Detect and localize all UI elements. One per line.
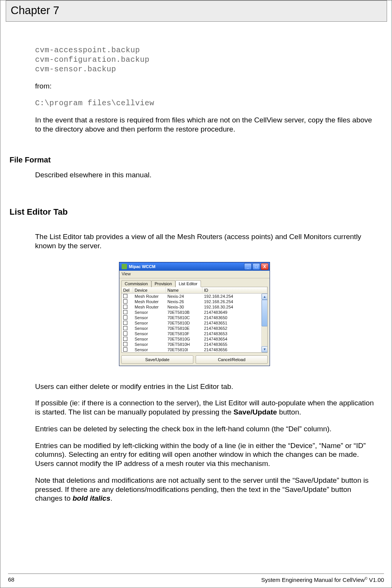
cell-id[interactable]: 2147483653 bbox=[202, 331, 267, 336]
copyright-symbol: © bbox=[365, 576, 367, 580]
paragraph-delete: Entries can be deleted by selecting the … bbox=[35, 424, 379, 434]
table-row[interactable]: Sensor70ET5810F2147483653 bbox=[122, 331, 267, 336]
column-id[interactable]: ID bbox=[202, 287, 267, 293]
section-file-format-title: File Format bbox=[10, 156, 379, 164]
cancel-reload-button[interactable]: Cancel/Reload bbox=[196, 355, 268, 364]
cell-name[interactable]: Nexis-26 bbox=[166, 299, 202, 304]
window-titlebar[interactable]: Mipac WCCM _ □ X bbox=[119, 262, 270, 271]
text: If possible (ie: if there is a connectio… bbox=[35, 399, 374, 416]
del-checkbox[interactable] bbox=[122, 326, 133, 331]
cell-id[interactable]: 2147483650 bbox=[202, 315, 267, 320]
section-list-editor-title: List Editor Tab bbox=[10, 207, 379, 217]
cell-name[interactable]: 70ET5810E bbox=[166, 326, 202, 331]
table-row[interactable]: Sensor70ET5810C2147483650 bbox=[122, 315, 267, 320]
table-row[interactable]: Sensor70ET5810D2147483651 bbox=[122, 320, 267, 326]
cell-name[interactable]: Nexis-24 bbox=[166, 294, 202, 299]
table-row[interactable]: Mesh RouterNexis-26192.168.26.254 bbox=[122, 299, 267, 304]
table-row[interactable]: Mesh RouterNexis-30192.168.30.254 bbox=[122, 304, 267, 310]
table-row[interactable]: Sensor70ET5810B2147483649 bbox=[122, 310, 267, 315]
scroll-up-button[interactable]: ▲ bbox=[262, 294, 267, 300]
cell-name[interactable]: Nexis-30 bbox=[166, 304, 202, 310]
cell-name[interactable]: 70ET5810C bbox=[166, 315, 202, 320]
tab-list-editor[interactable]: List Editor bbox=[175, 280, 201, 287]
cell-name[interactable]: 70ET5810B bbox=[166, 310, 202, 315]
del-checkbox[interactable] bbox=[122, 320, 133, 326]
code-block-path: C:\program files\cellview bbox=[35, 98, 379, 108]
table-row[interactable]: Sensor70ET5810H2147483655 bbox=[122, 342, 267, 347]
cell-device[interactable]: Sensor bbox=[133, 310, 166, 315]
cell-device[interactable]: Sensor bbox=[133, 331, 166, 336]
tab-provision[interactable]: Provision bbox=[151, 280, 175, 287]
table-row[interactable]: Sensor70ET5810I2147483656 bbox=[122, 347, 267, 352]
footer-doc-title: System Engineering Manual for CellView© … bbox=[261, 576, 384, 583]
maximize-button[interactable]: □ bbox=[252, 263, 260, 270]
cell-id[interactable]: 2147483654 bbox=[202, 336, 267, 342]
scroll-down-button[interactable]: ▼ bbox=[262, 346, 267, 352]
cell-device[interactable]: Mesh Router bbox=[133, 304, 166, 310]
cell-id[interactable]: 2147483651 bbox=[202, 320, 267, 326]
cell-id[interactable]: 2147483655 bbox=[202, 342, 267, 347]
cell-device[interactable]: Sensor bbox=[133, 347, 166, 352]
cell-id[interactable]: 192.168.30.254 bbox=[202, 304, 267, 310]
cell-name[interactable]: 70ET5810H bbox=[166, 342, 202, 347]
code-block-backup-files: cvm-accesspoint.backup cvm-configuration… bbox=[35, 45, 379, 74]
window-frame: Mipac WCCM _ □ X View Commission Provisi… bbox=[119, 262, 270, 366]
paragraph-note: Note that deletions and modifications ar… bbox=[35, 476, 379, 503]
column-del[interactable]: Del bbox=[122, 287, 133, 293]
close-button[interactable]: X bbox=[261, 263, 268, 270]
column-headers: Del Device Name ID bbox=[122, 287, 267, 294]
cell-device[interactable]: Sensor bbox=[133, 342, 166, 347]
app-icon bbox=[122, 264, 127, 269]
cell-name[interactable]: 70ET5810G bbox=[166, 336, 202, 342]
cell-id[interactable]: 2147483652 bbox=[202, 326, 267, 331]
text: . bbox=[111, 494, 112, 502]
cell-device[interactable]: Mesh Router bbox=[133, 299, 166, 304]
tab-commission[interactable]: Commission bbox=[121, 280, 151, 287]
paragraph-file-format: Described elsewhere in this manual. bbox=[35, 170, 379, 180]
column-device[interactable]: Device bbox=[133, 287, 166, 293]
menu-bar: View bbox=[119, 271, 270, 278]
table-row[interactable]: Mesh RouterNexis-24192.168.24.254 bbox=[122, 294, 267, 299]
del-checkbox[interactable] bbox=[122, 294, 133, 299]
cell-name[interactable]: 70ET5810I bbox=[166, 347, 202, 352]
del-checkbox[interactable] bbox=[122, 304, 133, 310]
cell-device[interactable]: Sensor bbox=[133, 320, 166, 326]
menu-view[interactable]: View bbox=[122, 272, 131, 276]
del-checkbox[interactable] bbox=[122, 347, 133, 352]
code-line: cvm-sensor.backup bbox=[35, 64, 379, 74]
cell-name[interactable]: 70ET5810F bbox=[166, 331, 202, 336]
bold-italics-text: bold italics bbox=[72, 494, 110, 502]
paragraph-modify: Entries can be modified by left-clicking… bbox=[35, 441, 379, 468]
page-footer: 68 System Engineering Manual for CellVie… bbox=[8, 574, 384, 583]
list-rows: Mesh RouterNexis-24192.168.24.254Mesh Ro… bbox=[122, 294, 267, 352]
text: V1.00 bbox=[368, 577, 384, 583]
page-content: cvm-accesspoint.backup cvm-configuration… bbox=[10, 45, 379, 511]
del-checkbox[interactable] bbox=[122, 331, 133, 336]
cell-device[interactable]: Sensor bbox=[133, 326, 166, 331]
text: System Engineering Manual for CellView bbox=[261, 577, 365, 583]
cell-device[interactable]: Mesh Router bbox=[133, 294, 166, 299]
del-checkbox[interactable] bbox=[122, 342, 133, 347]
cell-name[interactable]: 70ET5810D bbox=[166, 320, 202, 326]
label-from: from: bbox=[35, 82, 379, 91]
cell-id[interactable]: 2147483649 bbox=[202, 310, 267, 315]
minimize-button[interactable]: _ bbox=[244, 263, 252, 270]
code-line: cvm-accesspoint.backup bbox=[35, 45, 379, 55]
cell-id[interactable]: 2147483656 bbox=[202, 347, 267, 352]
table-row[interactable]: Sensor70ET5810E2147483652 bbox=[122, 326, 267, 331]
scrollbar[interactable]: ▲ ▼ bbox=[261, 294, 267, 352]
del-checkbox[interactable] bbox=[122, 336, 133, 342]
table-row[interactable]: Sensor70ET5810G2147483654 bbox=[122, 336, 267, 342]
cell-id[interactable]: 192.168.24.254 bbox=[202, 294, 267, 299]
save-update-button[interactable]: Save/Update bbox=[121, 355, 193, 364]
scroll-thumb[interactable] bbox=[262, 300, 267, 326]
paragraph-restore: In the event that a restore is required … bbox=[35, 116, 379, 134]
cell-device[interactable]: Sensor bbox=[133, 315, 166, 320]
column-name[interactable]: Name bbox=[166, 287, 202, 293]
del-checkbox[interactable] bbox=[122, 299, 133, 304]
text: button. bbox=[277, 408, 301, 416]
cell-device[interactable]: Sensor bbox=[133, 336, 166, 342]
del-checkbox[interactable] bbox=[122, 315, 133, 320]
cell-id[interactable]: 192.168.26.254 bbox=[202, 299, 267, 304]
del-checkbox[interactable] bbox=[122, 310, 133, 315]
